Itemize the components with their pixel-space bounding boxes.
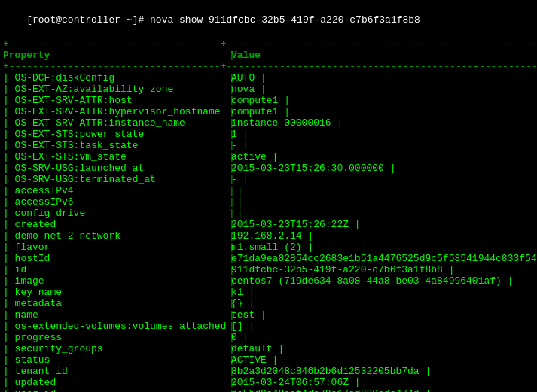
- command-line: [root@controller ~]# nova show 911dfcbc-…: [0, 2, 537, 38]
- row-value: 192.168.2.14 |: [231, 230, 534, 242]
- row-property: | OS-EXT-SRV-ATTR:hypervisor_hostname: [3, 106, 229, 117]
- row-property: | OS-EXT-STS:vm_state: [3, 151, 229, 163]
- row-property: | status: [3, 354, 229, 366]
- row-value: - |: [231, 140, 534, 151]
- row-property: | created: [3, 219, 229, 230]
- row-value: test |: [231, 309, 534, 321]
- row-property: | updated: [3, 377, 229, 388]
- row-value: instance-00000016 |: [231, 117, 534, 129]
- table-row: | hostId | e71da9ea82854cc2683e1b51a4476…: [0, 253, 537, 264]
- terminal: [root@controller ~]# nova show 911dfcbc-…: [0, 0, 537, 392]
- table-row: | tenant_id | 8b2a3d2048c846b2b6d1253220…: [0, 366, 537, 377]
- table-row: | OS-EXT-SRV-ATTR:instance_name | instan…: [0, 117, 537, 129]
- table-row: | metadata | {} |: [0, 298, 537, 309]
- row-property: | config_drive: [3, 208, 229, 219]
- row-value: |: [231, 208, 534, 219]
- row-value: nova |: [231, 84, 534, 95]
- row-property: | OS-DCF:diskConfig: [3, 72, 229, 84]
- table-row: | user_id | da5bd0c48eaf4de78c17ad839adc…: [0, 388, 537, 392]
- row-property: | OS-EXT-STS:power_state: [3, 129, 229, 140]
- row-value: 911dfcbc-32b5-419f-a220-c7b6f3a1f8b8 |: [231, 264, 534, 275]
- table-row: | created | 2015-03-23T15:26:22Z |: [0, 219, 537, 230]
- row-property: | demo-net-2 network: [3, 230, 229, 242]
- table-row: | OS-DCF:diskConfig | AUTO |: [0, 72, 537, 84]
- table-row: | OS-SRV-USG:launched_at | 2015-03-23T15…: [0, 163, 537, 174]
- row-property: | accessIPv4: [3, 185, 229, 196]
- table-row: | os-extended-volumes:volumes_attached| …: [0, 321, 537, 332]
- row-property: | os-extended-volumes:volumes_attached: [3, 321, 229, 332]
- row-value: {} |: [231, 298, 534, 309]
- table-row: | config_drive | |: [0, 208, 537, 219]
- table-row: | OS-EXT-SRV-ATTR:host | compute1 |: [0, 95, 537, 106]
- row-value: 1 |: [231, 129, 534, 140]
- row-value: active |: [231, 151, 534, 163]
- table-row: | OS-EXT-STS:vm_state | active |: [0, 151, 537, 163]
- table-row: | OS-EXT-STS:power_state | 1 |: [0, 129, 537, 140]
- header-border: +------------------------------------+--…: [0, 61, 537, 72]
- row-property: | OS-EXT-STS:task_state: [3, 140, 229, 151]
- table-row: | OS-EXT-AZ:availability_zone | nova |: [0, 84, 537, 95]
- row-value: AUTO |: [231, 72, 534, 84]
- row-value: [] |: [231, 321, 534, 332]
- table-row: | status | ACTIVE |: [0, 354, 537, 366]
- row-value: da5bd0c48eaf4de78c17ad839adc474d |: [231, 388, 534, 392]
- table-row: | OS-SRV-USG:terminated_at | - |: [0, 174, 537, 185]
- table-row: | accessIPv6 | |: [0, 196, 537, 208]
- row-value: e71da9ea82854cc2683e1b51a4476525d9c5f585…: [231, 253, 537, 264]
- row-property: | security_groups: [3, 343, 229, 354]
- row-property: | progress: [3, 332, 229, 343]
- row-value: 2015-03-23T15:26:30.000000 |: [231, 163, 534, 174]
- row-value: 0 |: [231, 332, 534, 343]
- table-row: | OS-EXT-STS:task_state | - |: [0, 140, 537, 151]
- row-property: | key_name: [3, 287, 229, 298]
- row-property: | OS-EXT-AZ:availability_zone: [3, 84, 229, 95]
- row-property: | accessIPv6: [3, 196, 229, 208]
- row-property: | OS-EXT-SRV-ATTR:host: [3, 95, 229, 106]
- row-value: 8b2a3d2048c846b2b6d12532205bb7da |: [231, 366, 534, 377]
- row-value: compute1 |: [231, 106, 534, 117]
- table-row: | image | centos7 (719de634-8a08-44a8-be…: [0, 275, 537, 287]
- table-row: | demo-net-2 network | 192.168.2.14 |: [0, 230, 537, 242]
- table-row: | progress | 0 |: [0, 332, 537, 343]
- row-property: | name: [3, 309, 229, 321]
- table-row: | flavor | m1.small (2) |: [0, 242, 537, 253]
- row-value: ACTIVE |: [231, 354, 534, 366]
- row-value: centos7 (719de634-8a08-44a8-be03-4a84996…: [231, 275, 534, 287]
- table-body: | OS-DCF:diskConfig | AUTO || OS-EXT-AZ:…: [0, 72, 537, 392]
- header-value: Value: [231, 50, 534, 61]
- row-value: m1.small (2) |: [231, 242, 534, 253]
- row-value: compute1 |: [231, 95, 534, 106]
- table-row: | id | 911dfcbc-32b5-419f-a220-c7b6f3a1f…: [0, 264, 537, 275]
- row-value: - |: [231, 174, 534, 185]
- row-value: k1 |: [231, 287, 534, 298]
- table-row: | name | test |: [0, 309, 537, 321]
- row-property: | OS-EXT-SRV-ATTR:instance_name: [3, 117, 229, 129]
- table-row: | key_name | k1 |: [0, 287, 537, 298]
- row-property: | metadata: [3, 298, 229, 309]
- table-row: | security_groups | default |: [0, 343, 537, 354]
- row-property: | image: [3, 275, 229, 287]
- row-property: | id: [3, 264, 229, 275]
- row-property: | tenant_id: [3, 366, 229, 377]
- row-property: | hostId: [3, 253, 229, 264]
- row-value: 2015-03-24T06:57:06Z |: [231, 377, 534, 388]
- row-property: | user_id: [3, 388, 229, 392]
- header-property: Property: [3, 50, 229, 61]
- border-top: +------------------------------------+--…: [0, 38, 537, 50]
- header-row: Property | Value: [0, 50, 537, 61]
- table-row: | OS-EXT-SRV-ATTR:hypervisor_hostname| c…: [0, 106, 537, 117]
- table-row: | updated | 2015-03-24T06:57:06Z |: [0, 377, 537, 388]
- row-property: | OS-SRV-USG:launched_at: [3, 163, 229, 174]
- table-row: | accessIPv4 | |: [0, 185, 537, 196]
- command: nova show 911dfcbc-32b5-419f-a220-c7b6f3…: [150, 14, 420, 26]
- row-value: 2015-03-23T15:26:22Z |: [231, 219, 534, 230]
- row-value: default |: [231, 343, 534, 354]
- row-value: |: [231, 196, 534, 208]
- prompt: [root@controller ~]#: [26, 14, 150, 26]
- row-property: | OS-SRV-USG:terminated_at: [3, 174, 229, 185]
- row-value: |: [231, 185, 534, 196]
- row-property: | flavor: [3, 242, 229, 253]
